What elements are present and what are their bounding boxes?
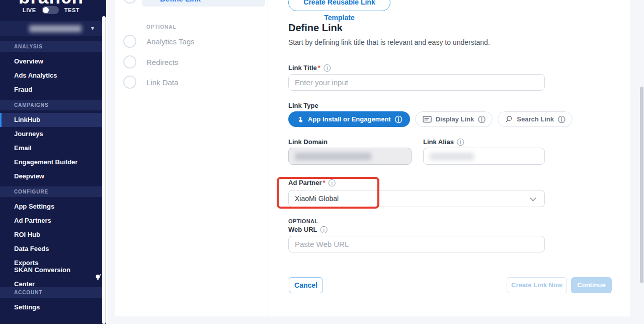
link-alias-label-row: Link Alias ⓘ — [423, 138, 464, 146]
link-type-search-link-button[interactable]: Search Link ⓘ — [498, 111, 573, 127]
sidebar-item-label: Engagement Builder — [14, 155, 77, 169]
sidebar-item-engagement-builder[interactable]: Engagement Builder — [0, 155, 102, 169]
sidebar-item-journeys[interactable]: Journeys — [0, 127, 102, 141]
step-analytics-tags[interactable]: Analytics Tags — [123, 35, 195, 48]
live-label: LIVE — [23, 7, 36, 13]
page-title: Define Link — [288, 22, 343, 34]
step-define-link[interactable]: Define Link — [142, 0, 265, 7]
lightbulb-sparkle-icon — [95, 274, 102, 281]
sidebar-item-fraud[interactable]: Fraud — [0, 83, 102, 97]
create-reusable-link-template-button[interactable]: Create Reusable Link Template — [288, 0, 390, 11]
sidebar-scrollbar-thumb[interactable] — [102, 16, 106, 324]
pill-label: Display Link — [436, 115, 474, 123]
sidebar-item-ad-partners[interactable]: Ad Partners — [0, 214, 102, 228]
sidebar-item-label: Settings — [14, 300, 40, 314]
sidebar-item-label: LinkHub — [14, 113, 40, 127]
web-url-optional-label: OPTIONAL — [288, 218, 318, 224]
pill-label: App Install or Engagement — [308, 115, 391, 123]
sidebar-item-settings[interactable]: Settings — [0, 300, 102, 314]
sidebar-item-overview[interactable]: Overview — [0, 54, 102, 69]
sidebar-item-ads-analytics[interactable]: Ads Analytics — [0, 69, 102, 83]
web-url-input[interactable] — [288, 236, 545, 252]
sidebar-item-label: Fraud — [14, 83, 32, 97]
sidebar-item-label: Journeys — [14, 127, 43, 141]
page-subtitle: Start by defining link title that is rel… — [288, 38, 490, 46]
link-type-display-link-button[interactable]: Display Link ⓘ — [415, 111, 493, 127]
link-title-label: Link Title — [288, 64, 317, 72]
ad-partner-label-row: Ad Partner* ⓘ — [288, 179, 336, 186]
sidebar-item-app-settings[interactable]: App Settings — [0, 200, 102, 214]
step-link-data[interactable]: Link Data — [123, 76, 178, 89]
step-label: Link Data — [146, 78, 178, 87]
redacted-app-name — [29, 25, 82, 32]
sidebar-item-label: Data Feeds — [14, 242, 49, 256]
web-url-label-row: Web URL ⓘ — [288, 226, 328, 233]
info-icon[interactable]: ⓘ — [558, 116, 565, 123]
redacted-link-domain-value — [295, 153, 371, 160]
app-selector-dropdown[interactable]: ▾ — [0, 21, 102, 36]
ad-partner-label: Ad Partner — [288, 179, 321, 186]
sidebar-item-label: Ad Partners — [14, 214, 51, 228]
info-icon[interactable]: ⓘ — [457, 139, 464, 146]
link-domain-input — [288, 148, 412, 165]
step-circle-define-link — [123, 0, 136, 4]
required-asterisk: * — [323, 179, 325, 186]
sidebar-item-skan-conversion-center[interactable]: SKAN Conversion Center — [0, 270, 102, 284]
content-card: Define Link OPTIONAL Analytics Tags Redi… — [115, 0, 630, 316]
required-asterisk: * — [318, 64, 320, 72]
web-url-label: Web URL — [288, 226, 317, 233]
stepper-optional-label: OPTIONAL — [146, 24, 177, 30]
pill-label: Search Link — [517, 115, 554, 123]
sidebar-item-data-feeds[interactable]: Data Feeds — [0, 242, 102, 256]
sidebar-item-linkhub[interactable]: LinkHub — [0, 113, 102, 127]
page-scrollbar-thumb[interactable] — [640, 87, 643, 283]
step-label: Analytics Tags — [146, 37, 195, 46]
nav-section-configure: CONFIGURE — [0, 186, 102, 197]
info-icon[interactable]: ⓘ — [395, 116, 402, 123]
step-circle-icon — [123, 35, 136, 48]
stepper-panel: Define Link OPTIONAL Analytics Tags Redi… — [115, 0, 268, 316]
link-domain-label-row: Link Domain — [288, 138, 328, 146]
sidebar-item-label: Email — [14, 141, 32, 155]
step-circle-icon — [123, 55, 136, 69]
step-circle-icon — [123, 76, 136, 89]
sidebar-item-label: Overview — [14, 54, 43, 69]
nav-section-campaigns: CAMPAIGNS — [0, 100, 102, 110]
toggle-knob — [43, 7, 49, 13]
info-icon[interactable]: ⓘ — [329, 179, 336, 186]
continue-button[interactable]: Continue — [571, 277, 612, 293]
info-icon[interactable]: ⓘ — [324, 64, 331, 72]
link-title-label-row: Link Title* ⓘ — [288, 64, 331, 72]
search-icon — [505, 115, 513, 123]
sidebar-item-label: App Settings — [14, 200, 54, 214]
link-domain-label: Link Domain — [288, 138, 328, 146]
tap-icon — [296, 115, 304, 123]
sidebar-item-email[interactable]: Email — [0, 141, 102, 155]
sidebar-item-label: Deepview — [14, 169, 44, 183]
step-label: Redirects — [146, 58, 178, 67]
page: branch LIVE TEST ▾ ANALYSIS Overview Ads… — [0, 0, 644, 324]
redacted-link-alias-value — [430, 153, 474, 160]
info-icon[interactable]: ⓘ — [320, 226, 328, 233]
test-label: TEST — [64, 7, 80, 13]
ad-partner-select[interactable]: XiaoMi Global — [288, 190, 545, 207]
link-type-label: Link Type — [288, 102, 318, 109]
create-link-now-button[interactable]: Create Link Now — [507, 277, 567, 293]
environment-toggle: LIVE TEST — [0, 6, 102, 14]
sidebar-nav: ANALYSIS Overview Ads Analytics Fraud CA… — [0, 41, 102, 314]
cancel-button[interactable]: Cancel — [289, 277, 323, 293]
sidebar-item-roi-hub[interactable]: ROI Hub — [0, 228, 102, 242]
ad-partner-value: XiaoMi Global — [295, 195, 339, 203]
display-icon — [423, 116, 432, 123]
sidebar-item-deepview[interactable]: Deepview — [0, 169, 102, 183]
link-alias-label: Link Alias — [423, 138, 454, 146]
link-alias-input[interactable] — [423, 148, 545, 165]
step-redirects[interactable]: Redirects — [123, 55, 178, 69]
live-test-toggle[interactable] — [42, 6, 59, 14]
link-type-app-install-button[interactable]: App Install or Engagement ⓘ — [288, 111, 410, 127]
caret-down-icon: ▾ — [91, 25, 94, 32]
link-type-label-row: Link Type — [288, 102, 318, 109]
info-icon[interactable]: ⓘ — [478, 116, 485, 123]
define-link-form: Create Reusable Link Template Define Lin… — [268, 0, 630, 316]
link-title-input[interactable] — [288, 74, 545, 91]
